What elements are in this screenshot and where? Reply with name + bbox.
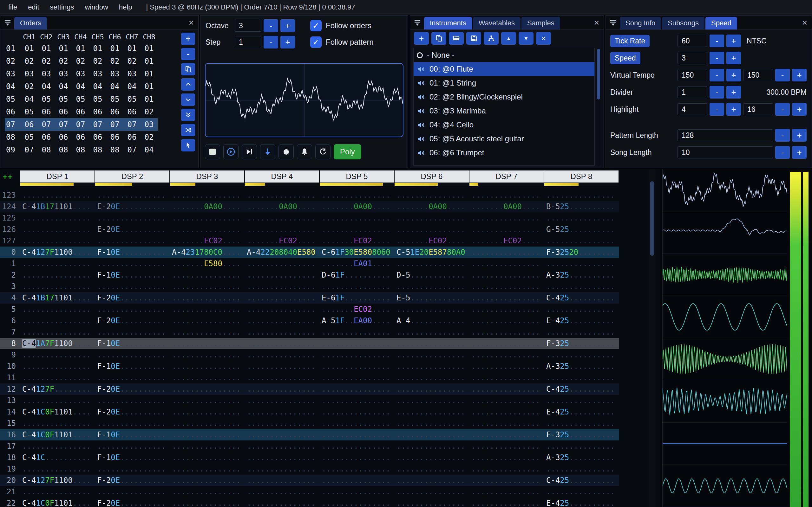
menu-help[interactable]: help [119,3,132,11]
pattern-cell[interactable]: ............... [95,372,170,383]
close-icon[interactable]: × [189,19,194,27]
pattern-cell[interactable]: ............... [320,418,395,429]
channel-name[interactable]: DSP 7 [469,170,544,182]
order-cell[interactable]: 06 [20,118,38,131]
pattern-cell[interactable]: F-20E.......... [95,292,170,303]
pattern-cell[interactable]: F-20E.......... [95,406,170,418]
pattern-cell[interactable]: ............... [170,406,245,418]
tick-rate-decrease-button[interactable]: - [710,35,724,47]
pattern-cell[interactable]: ............... [95,303,170,315]
pattern-cell[interactable]: ............... [20,349,95,360]
pattern-cell[interactable]: ............... [170,349,245,360]
pattern-cell[interactable]: ............... [544,372,619,383]
pattern-cell[interactable]: ............... [95,486,170,498]
pattern-cell[interactable]: ............... [170,475,245,486]
pattern-cell[interactable]: C-425.......... [544,475,619,486]
pattern-cell[interactable]: ............... [245,269,320,281]
order-move-up-button[interactable] [181,78,195,91]
virtual-tempo-num-decrease-button[interactable]: - [710,69,724,81]
pattern-cell[interactable]: ............... [469,189,544,201]
pattern-cell[interactable]: ............... [469,224,544,235]
pattern-cell[interactable]: F-325.......... [544,429,619,441]
order-cell[interactable]: 06 [38,131,55,144]
pattern-cell[interactable]: ............... [170,303,245,315]
pattern-cell[interactable]: F-20E.......... [95,383,170,395]
menu-file[interactable]: file [8,3,17,11]
pattern-cell[interactable]: ............... [20,395,95,406]
pattern-cell[interactable]: ............... [544,235,619,246]
pattern-cell[interactable]: ............... [395,395,469,406]
order-cell[interactable]: 01 [106,42,123,55]
pattern-cell[interactable]: ............... [544,349,619,360]
order-cell[interactable]: 07 [72,118,89,131]
pattern-cell[interactable]: ............... [170,189,245,201]
virtual-tempo-num-increase-button[interactable]: + [726,69,741,81]
pattern-cell[interactable]: D-5............ [395,269,469,281]
instrument-item[interactable]: 02: @2 Blingy/Glockenspiel [414,90,595,104]
pattern-cell[interactable]: A-325.......... [544,269,619,281]
order-cell[interactable]: 01 [141,80,158,93]
order-cell[interactable]: 02 [123,55,141,67]
order-cell[interactable]: 03 [38,67,55,80]
pattern-cell[interactable]: ............... [469,349,544,360]
metronome-button[interactable] [297,144,312,159]
pattern-cell[interactable]: ............... [544,463,619,475]
order-cell[interactable]: 06 [72,131,89,144]
tab-orders[interactable]: Orders [14,17,47,30]
pattern-cell[interactable]: .......EC02.... [320,235,395,246]
pattern-cell[interactable]: ............... [170,269,245,281]
pattern-cell[interactable]: ............... [395,486,469,498]
tick-rate-input[interactable]: 60 [677,35,707,47]
order-cell[interactable]: 02 [141,106,158,118]
order-cell[interactable]: 07 [55,118,72,131]
pattern-cell[interactable]: ............... [245,315,320,326]
scrollbar-thumb[interactable] [597,49,600,100]
order-cell[interactable]: 05 [106,93,123,106]
order-cell[interactable]: 07 [123,118,141,131]
pattern-cell[interactable]: ............... [320,212,395,224]
highlight-b-increase-button[interactable]: + [792,103,807,116]
pattern-cell[interactable]: ............... [395,475,469,486]
menu-edit[interactable]: edit [28,3,39,11]
pattern-cell[interactable]: ............... [320,326,395,338]
order-cell[interactable]: 02 [20,55,38,67]
pattern-cell[interactable]: ............... [320,452,395,463]
pattern-cell[interactable]: ............... [395,498,469,507]
pattern-cell[interactable]: ............... [395,189,469,201]
pattern-cell[interactable]: ............... [544,441,619,452]
pattern-cell[interactable]: ............... [395,338,469,349]
pattern-cell[interactable]: ............... [320,441,395,452]
order-cell[interactable]: 06 [89,131,106,144]
speed-input[interactable]: 3 [677,52,707,64]
step-increase-button[interactable]: + [281,36,295,49]
close-icon[interactable]: × [802,19,807,27]
pattern-cell[interactable]: C-41A7F1100.... [20,338,95,349]
order-cell[interactable]: 05 [123,93,141,106]
pattern-cell[interactable]: E-20E.......... [95,201,170,212]
order-cell[interactable]: 07 [89,118,106,131]
pattern-cell[interactable]: ............... [469,418,544,429]
pattern-cell[interactable]: ............... [395,360,469,372]
order-cell[interactable]: 06 [72,106,89,118]
order-cell[interactable]: 01 [38,42,55,55]
pattern-cell[interactable]: F-10E.......... [95,269,170,281]
pattern-cell[interactable]: A-4231780C0.... [170,246,245,258]
order-cell[interactable]: 07 [106,118,123,131]
octave-increase-button[interactable]: + [281,19,295,32]
song-length-input[interactable]: 10 [677,147,773,158]
pattern-cell[interactable]: ............... [245,406,320,418]
order-cell[interactable]: 01 [141,55,158,67]
pattern-cell[interactable]: F-325.......... [544,338,619,349]
pattern-cell[interactable]: ............... [170,463,245,475]
pattern-cell[interactable]: ............... [469,292,544,303]
pattern-cell[interactable]: ............... [170,281,245,292]
order-cell[interactable]: 03 [89,67,106,80]
record-button[interactable] [278,144,294,159]
pattern-cell[interactable]: ............... [95,212,170,224]
channel-header[interactable]: DSP 6 [395,170,469,186]
channel-header[interactable]: DSP 1 [20,170,95,186]
pattern-cell[interactable]: ............... [95,418,170,429]
pattern-cell[interactable]: ............... [245,224,320,235]
pattern-cell[interactable]: ............... [395,258,469,269]
octave-input[interactable]: 3 [235,20,261,32]
